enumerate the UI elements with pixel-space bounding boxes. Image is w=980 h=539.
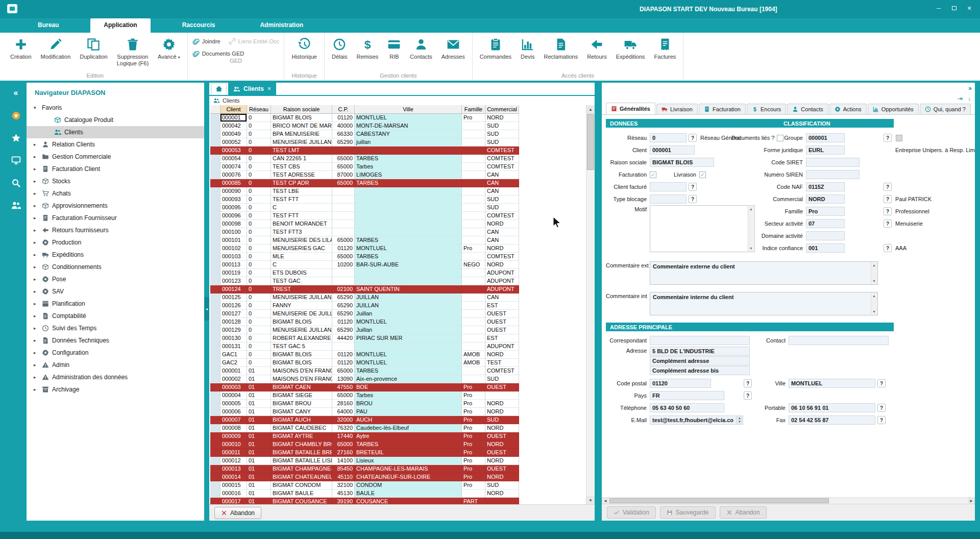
cell[interactable] (462, 334, 485, 342)
cell[interactable]: 39190 (332, 498, 355, 504)
cell[interactable]: 01 (247, 489, 271, 498)
row-selector[interactable] (210, 310, 220, 318)
cell[interactable]: 000003 (220, 383, 247, 391)
cell[interactable]: BIGMAT BLOIS (271, 318, 332, 326)
cell[interactable] (462, 375, 485, 383)
commercial-help-button[interactable]: ? (884, 195, 892, 203)
cell[interactable]: 65000 (332, 440, 355, 449)
cell[interactable]: MENUISERIE JUILLAN (271, 138, 332, 146)
cell[interactable]: 65000 (332, 391, 355, 400)
cell[interactable] (462, 187, 485, 195)
cell[interactable]: BIGMAT BLOIS (271, 114, 332, 122)
cell[interactable]: MAISONS D'EN FRANCE (271, 375, 332, 383)
cell[interactable]: 0 (247, 212, 271, 220)
cell[interactable]: 0 (247, 334, 271, 342)
row-selector[interactable] (210, 138, 220, 146)
table-row[interactable]: 00000201MAISONS D'EN FRANCE13090Aix-en-p… (210, 375, 519, 383)
table-row[interactable]: 00001601BIGMAT BAULE45130BAULENORD (210, 489, 519, 498)
portable-help-button[interactable]: ? (877, 404, 886, 412)
row-selector[interactable] (210, 195, 220, 204)
cell[interactable]: 0 (247, 220, 271, 228)
table-row[interactable]: 00001301BIGMAT CHAMPAGNE-LE85450CHAMPAGN… (210, 465, 519, 473)
cell[interactable]: 01 (247, 367, 271, 375)
row-selector[interactable] (210, 244, 220, 253)
cell[interactable]: 0 (247, 195, 271, 204)
sidebar-item-achats[interactable]: ▸Achats (27, 187, 204, 200)
cell[interactable] (355, 277, 462, 285)
client-input[interactable]: 000001 (650, 145, 695, 155)
column-header-ville[interactable]: Ville (355, 105, 462, 114)
tab-clients[interactable]: Clients × (228, 83, 276, 95)
cell[interactable]: 0 (247, 310, 271, 318)
sidebar-item-archivage[interactable]: ▸Archivage (27, 383, 204, 396)
cell[interactable]: 0 (247, 351, 271, 359)
cell[interactable]: 65290 (332, 138, 355, 146)
cell[interactable]: 000076 (220, 171, 247, 179)
cell[interactable] (355, 342, 462, 351)
secteur-activite-input[interactable]: 07 (806, 219, 845, 228)
sidebar-item-admin[interactable]: ▸Admin (27, 359, 204, 371)
column-header-famille[interactable]: Famille (462, 105, 485, 114)
row-selector[interactable] (210, 228, 220, 236)
cell[interactable] (332, 228, 355, 236)
cell[interactable]: 01 (247, 440, 271, 449)
table-row[interactable]: 0001290MENUISERIE JUILLANAIS65290Juillan… (210, 326, 519, 334)
row-selector[interactable] (210, 383, 220, 391)
cell[interactable]: 45110 (332, 473, 355, 481)
cell[interactable]: 0 (247, 146, 271, 155)
cell[interactable]: Pro (462, 473, 485, 481)
row-selector[interactable] (210, 114, 220, 122)
row-selector[interactable] (210, 204, 220, 212)
cell[interactable]: BIGMAT BATAILLE BRET (271, 449, 332, 457)
code-naf-help-button[interactable]: ? (884, 183, 892, 191)
cell[interactable]: 65000 (332, 367, 355, 375)
cell[interactable]: 02100 (332, 285, 355, 293)
table-row[interactable]: 00001101BIGMAT BATAILLE BRET27160BRETEUI… (210, 449, 519, 457)
row-selector[interactable] (210, 391, 220, 400)
gear-icon[interactable] (10, 110, 21, 120)
cell[interactable]: 01 (247, 457, 271, 465)
cell[interactable]: COMTEST (485, 146, 519, 155)
cell[interactable] (462, 489, 485, 498)
cell[interactable] (462, 204, 485, 212)
secteur-activite-help-button[interactable]: ? (884, 219, 892, 228)
table-row[interactable]: 0000010BIGMAT BLOIS01120MONTLUELProNORD (210, 114, 519, 122)
cell[interactable]: Tarbes (355, 391, 462, 400)
cell[interactable]: 000085 (220, 179, 247, 187)
cell[interactable] (355, 195, 462, 204)
cell[interactable]: BAULE (355, 489, 462, 498)
table-row[interactable]: 00001001BIGMAT CHAMBLY BROC65000TARBESPr… (210, 440, 519, 449)
table-row[interactable]: 0000900TEST LBECAN (210, 187, 519, 195)
cell[interactable]: TEST GAC (271, 277, 332, 285)
cell[interactable]: Pro (462, 465, 485, 473)
app-icon[interactable] (7, 4, 17, 13)
facturation-checkbox[interactable] (650, 172, 656, 178)
cell[interactable]: BIGMAT AYTRE (271, 432, 332, 440)
cell[interactable]: 01 (247, 408, 271, 416)
row-selector[interactable] (210, 375, 220, 383)
cell[interactable] (462, 228, 485, 236)
cell[interactable]: BIGMAT AUCH (271, 416, 332, 424)
ribbon-commandes-button[interactable]: Commandes (475, 35, 516, 72)
cell[interactable] (462, 138, 485, 146)
cell[interactable]: NORD (485, 114, 519, 122)
sidebar-item-facturation-client[interactable]: ▸Facturation Client (27, 163, 204, 175)
row-selector[interactable] (210, 212, 220, 220)
cell[interactable]: 0 (247, 122, 271, 130)
table-row[interactable]: 0000420BRICO MONT DE MARSA40000MONT-DE-M… (210, 122, 519, 130)
cell[interactable]: 000007 (220, 416, 247, 424)
grid-vertical-scrollbar[interactable]: ▲ ▼ (586, 105, 595, 504)
groupe-help-button[interactable]: ? (884, 134, 892, 142)
cell[interactable]: 0 (247, 359, 271, 367)
cell[interactable]: 64000 (332, 408, 355, 416)
row-selector[interactable] (210, 342, 220, 351)
scroll-thumb[interactable] (587, 114, 594, 170)
table-row[interactable]: 0000960TEST FTTCOMTEST (210, 212, 519, 220)
cell[interactable]: 0 (247, 204, 271, 212)
cell[interactable]: 000074 (220, 163, 247, 171)
cell[interactable]: 0 (247, 261, 271, 269)
row-selector[interactable] (210, 481, 220, 489)
cell[interactable]: AMOB (462, 351, 485, 359)
cell[interactable]: SUD (485, 122, 519, 130)
correspondant-input[interactable] (650, 336, 750, 345)
